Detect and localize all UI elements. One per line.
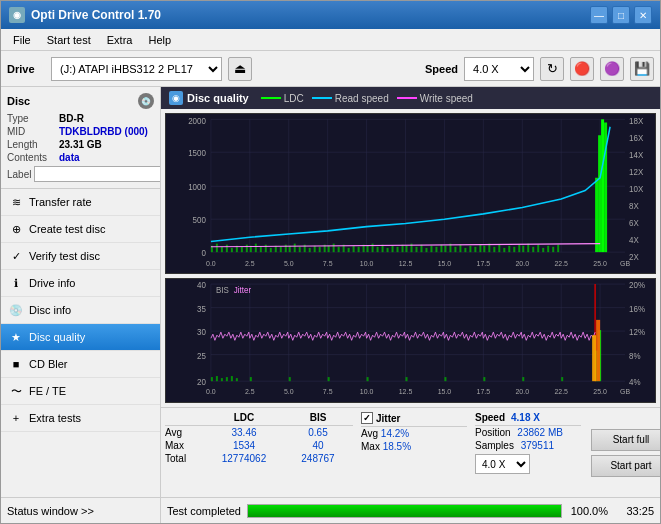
svg-text:8%: 8%: [629, 352, 641, 361]
label-input[interactable]: [34, 166, 161, 182]
svg-text:8X: 8X: [629, 201, 639, 210]
svg-rect-117: [601, 119, 604, 252]
svg-text:12.5: 12.5: [399, 389, 413, 396]
nav-verify-test-disc[interactable]: ✓ Verify test disc: [1, 243, 160, 270]
create-test-disc-icon: ⊕: [9, 222, 23, 236]
svg-text:4X: 4X: [629, 235, 639, 244]
svg-rect-108: [527, 244, 529, 253]
svg-text:10.0: 10.0: [360, 389, 374, 396]
nav-fe-te[interactable]: 〜 FE / TE: [1, 378, 160, 405]
progress-area: Test completed 100.0% 33:25: [161, 498, 660, 523]
write-speed-color: [397, 97, 417, 99]
jitter-avg-label: Avg: [361, 428, 378, 439]
nav-transfer-rate[interactable]: ≋ Transfer rate: [1, 189, 160, 216]
main-content: Disc 💿 Type BD-R MID TDKBLDRBD (000) Len…: [1, 87, 660, 497]
svg-rect-156: [289, 377, 291, 381]
save-button[interactable]: 💾: [630, 57, 654, 81]
svg-text:12X: 12X: [629, 167, 644, 176]
write-speed-label: Write speed: [420, 93, 473, 104]
drive-label: Drive: [7, 63, 45, 75]
svg-rect-114: [557, 245, 559, 252]
svg-text:2000: 2000: [188, 116, 206, 125]
right-panel: ◉ Disc quality LDC Read speed Write spee…: [161, 87, 660, 497]
jitter-checkbox[interactable]: ✓: [361, 412, 373, 424]
menu-start-test[interactable]: Start test: [39, 32, 99, 48]
menu-file[interactable]: File: [5, 32, 39, 48]
svg-rect-104: [508, 246, 510, 252]
bottom-chart: 40 35 30 25 20 20% 16% 12% 8% 4% BIS Jit…: [165, 278, 656, 403]
nav-extra-tests[interactable]: + Extra tests: [1, 405, 160, 432]
nav-cd-bler[interactable]: ■ CD Bler: [1, 351, 160, 378]
progress-bar-container: [247, 504, 562, 518]
extra-tests-icon: +: [9, 411, 23, 425]
total-bis: 248767: [283, 453, 353, 464]
svg-rect-116: [598, 135, 601, 252]
speed-select[interactable]: 4.0 X 2.0 X 8.0 X: [464, 57, 534, 81]
svg-rect-50: [246, 245, 248, 252]
disc-length-row: Length 23.31 GB: [7, 139, 154, 150]
svg-text:10X: 10X: [629, 184, 644, 193]
read-speed-color: [312, 97, 332, 99]
svg-text:500: 500: [193, 216, 207, 225]
stats-table: LDC BIS Avg 33.46 0.65 Max 1534 40: [165, 412, 353, 493]
settings-button2[interactable]: 🟣: [600, 57, 624, 81]
status-window-button[interactable]: Status window >>: [1, 498, 161, 523]
svg-rect-57: [280, 247, 282, 252]
refresh-button[interactable]: ↻: [540, 57, 564, 81]
svg-rect-149: [211, 377, 213, 381]
svg-text:GB: GB: [620, 259, 630, 268]
maximize-button[interactable]: □: [612, 6, 630, 24]
svg-text:15.0: 15.0: [438, 259, 452, 268]
eject-button[interactable]: ⏏: [228, 57, 252, 81]
nav-create-test-disc[interactable]: ⊕ Create test disc: [1, 216, 160, 243]
svg-text:BIS: BIS: [216, 287, 229, 296]
nav-cd-bler-label: CD Bler: [29, 358, 68, 370]
start-full-button[interactable]: Start full: [591, 429, 660, 451]
svg-text:16X: 16X: [629, 133, 644, 142]
start-part-button[interactable]: Start part: [591, 455, 660, 477]
bottom-status-bar: Status window >> Test completed 100.0% 3…: [1, 497, 660, 523]
svg-text:4%: 4%: [629, 379, 641, 388]
nav-drive-info[interactable]: ℹ Drive info: [1, 270, 160, 297]
drive-select[interactable]: (J:) ATAPI iHBS312 2 PL17: [51, 57, 222, 81]
svg-text:Jitter: Jitter: [234, 287, 252, 296]
svg-rect-68: [333, 244, 335, 253]
svg-text:16%: 16%: [629, 305, 645, 314]
chart-header-icon: ◉: [169, 91, 183, 105]
svg-rect-102: [498, 245, 500, 252]
disc-mid-row: MID TDKBLDRBD (000): [7, 126, 154, 137]
svg-rect-119: [166, 279, 655, 402]
test-speed-select[interactable]: 4.0 X 2.0 X: [475, 454, 530, 474]
avg-bis: 0.65: [283, 427, 353, 438]
label-label: Label: [7, 169, 31, 180]
svg-rect-77: [377, 247, 379, 252]
chart-title: Disc quality: [187, 92, 249, 104]
nav-fe-te-label: FE / TE: [29, 385, 66, 397]
close-button[interactable]: ✕: [634, 6, 652, 24]
col-bis: BIS: [283, 412, 353, 423]
svg-rect-111: [542, 248, 544, 252]
nav-extra-tests-label: Extra tests: [29, 412, 81, 424]
svg-text:15.0: 15.0: [438, 389, 452, 396]
nav-disc-quality[interactable]: ★ Disc quality: [1, 324, 160, 351]
svg-rect-89: [435, 247, 437, 252]
menu-extra[interactable]: Extra: [99, 32, 141, 48]
nav-disc-info[interactable]: 💿 Disc info: [1, 297, 160, 324]
transfer-rate-icon: ≋: [9, 195, 23, 209]
position-row: Position 23862 MB: [475, 426, 581, 439]
status-window-label: Status window >>: [7, 505, 94, 517]
max-bis: 40: [283, 440, 353, 451]
svg-rect-71: [348, 248, 350, 252]
svg-rect-59: [289, 246, 291, 252]
mid-label: MID: [7, 126, 55, 137]
disc-title: Disc: [7, 95, 30, 107]
jitter-label: Jitter: [376, 413, 400, 424]
svg-text:12.5: 12.5: [399, 259, 413, 268]
svg-rect-101: [493, 247, 495, 252]
settings-button1[interactable]: 🔴: [570, 57, 594, 81]
minimize-button[interactable]: —: [590, 6, 608, 24]
svg-rect-73: [358, 247, 360, 252]
svg-rect-98: [479, 245, 481, 252]
ldc-color: [261, 97, 281, 99]
menu-help[interactable]: Help: [140, 32, 179, 48]
